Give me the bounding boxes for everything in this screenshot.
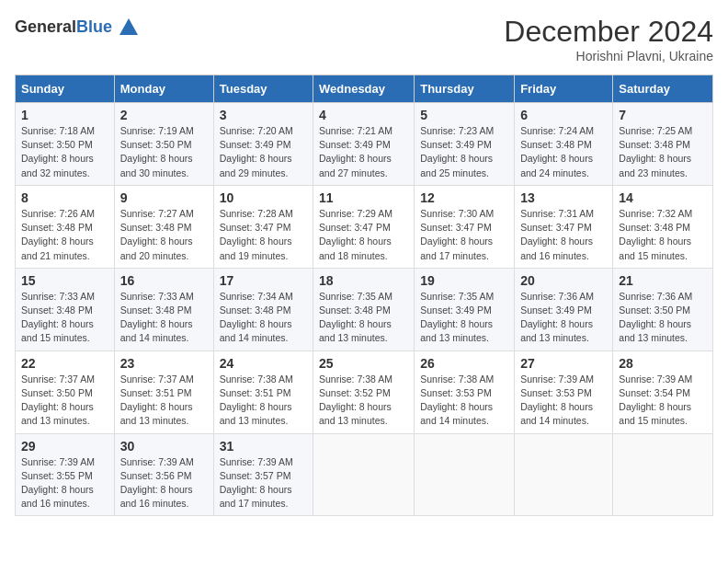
- day-number: 3: [220, 108, 307, 122]
- calendar-cell: 30 Sunrise: 7:39 AMSunset: 3:56 PMDaylig…: [114, 433, 213, 516]
- calendar-week-4: 22 Sunrise: 7:37 AMSunset: 3:50 PMDaylig…: [16, 350, 713, 433]
- day-number: 31: [220, 439, 307, 454]
- calendar-cell: 21 Sunrise: 7:36 AMSunset: 3:50 PMDaylig…: [613, 268, 713, 350]
- day-number: 21: [619, 273, 707, 288]
- day-info: Sunrise: 7:26 AMSunset: 3:48 PMDaylight:…: [21, 207, 108, 263]
- calendar-cell: 1 Sunrise: 7:18 AMSunset: 3:50 PMDayligh…: [16, 103, 115, 186]
- header-thursday: Thursday: [415, 75, 515, 103]
- day-number: 19: [420, 273, 508, 288]
- month-title: December 2024: [504, 15, 713, 49]
- title-section: December 2024 Horishni Plavni, Ukraine: [504, 15, 713, 63]
- calendar-header: Sunday Monday Tuesday Wednesday Thursday…: [16, 75, 713, 103]
- day-number: 14: [619, 190, 707, 205]
- day-number: 26: [420, 356, 508, 371]
- day-info: Sunrise: 7:36 AMSunset: 3:50 PMDaylight:…: [619, 290, 707, 346]
- svg-marker-0: [119, 18, 138, 35]
- location-subtitle: Horishni Plavni, Ukraine: [504, 49, 713, 63]
- day-number: 13: [520, 190, 607, 205]
- calendar-cell: 4 Sunrise: 7:21 AMSunset: 3:49 PMDayligh…: [313, 103, 415, 186]
- day-info: Sunrise: 7:25 AMSunset: 3:48 PMDaylight:…: [619, 124, 707, 180]
- calendar-week-2: 8 Sunrise: 7:26 AMSunset: 3:48 PMDayligh…: [16, 185, 713, 268]
- day-number: 18: [319, 273, 408, 288]
- calendar-cell: 29 Sunrise: 7:39 AMSunset: 3:55 PMDaylig…: [16, 433, 115, 516]
- header-friday: Friday: [515, 75, 613, 103]
- day-info: Sunrise: 7:34 AMSunset: 3:48 PMDaylight:…: [220, 290, 307, 346]
- day-number: 5: [420, 108, 508, 122]
- day-info: Sunrise: 7:39 AMSunset: 3:55 PMDaylight:…: [21, 455, 108, 511]
- calendar-cell: 2 Sunrise: 7:19 AMSunset: 3:50 PMDayligh…: [114, 103, 213, 186]
- day-info: Sunrise: 7:35 AMSunset: 3:48 PMDaylight:…: [319, 290, 408, 346]
- day-number: 7: [619, 108, 707, 122]
- calendar-cell: 19 Sunrise: 7:35 AMSunset: 3:49 PMDaylig…: [415, 268, 515, 350]
- calendar-cell: 20 Sunrise: 7:36 AMSunset: 3:49 PMDaylig…: [515, 268, 613, 350]
- calendar-cell: 12 Sunrise: 7:30 AMSunset: 3:47 PMDaylig…: [415, 185, 515, 268]
- day-info: Sunrise: 7:37 AMSunset: 3:51 PMDaylight:…: [120, 373, 208, 429]
- day-info: Sunrise: 7:24 AMSunset: 3:48 PMDaylight:…: [520, 124, 607, 180]
- day-info: Sunrise: 7:38 AMSunset: 3:53 PMDaylight:…: [420, 373, 508, 429]
- day-number: 24: [220, 356, 307, 371]
- day-number: 30: [120, 439, 208, 454]
- calendar-cell: 11 Sunrise: 7:29 AMSunset: 3:47 PMDaylig…: [313, 185, 415, 268]
- day-number: 8: [21, 190, 108, 205]
- calendar-cell: 13 Sunrise: 7:31 AMSunset: 3:47 PMDaylig…: [515, 185, 613, 268]
- calendar-cell: [515, 433, 613, 516]
- day-info: Sunrise: 7:30 AMSunset: 3:47 PMDaylight:…: [420, 207, 508, 263]
- day-info: Sunrise: 7:38 AMSunset: 3:52 PMDaylight:…: [319, 373, 408, 429]
- calendar-cell: 16 Sunrise: 7:33 AMSunset: 3:48 PMDaylig…: [114, 268, 213, 350]
- day-info: Sunrise: 7:23 AMSunset: 3:49 PMDaylight:…: [420, 124, 508, 180]
- calendar-cell: 17 Sunrise: 7:34 AMSunset: 3:48 PMDaylig…: [213, 268, 313, 350]
- day-number: 22: [21, 356, 108, 371]
- page-header: GeneralBlue December 2024 Horishni Plavn…: [15, 15, 713, 63]
- day-info: Sunrise: 7:35 AMSunset: 3:49 PMDaylight:…: [420, 290, 508, 346]
- calendar-cell: 9 Sunrise: 7:27 AMSunset: 3:48 PMDayligh…: [114, 185, 213, 268]
- day-info: Sunrise: 7:21 AMSunset: 3:49 PMDaylight:…: [319, 124, 408, 180]
- day-info: Sunrise: 7:27 AMSunset: 3:48 PMDaylight:…: [120, 207, 208, 263]
- logo-icon: [116, 15, 142, 40]
- day-number: 4: [319, 108, 408, 122]
- day-info: Sunrise: 7:20 AMSunset: 3:49 PMDaylight:…: [220, 124, 307, 180]
- calendar-week-5: 29 Sunrise: 7:39 AMSunset: 3:55 PMDaylig…: [16, 433, 713, 516]
- day-number: 9: [120, 190, 208, 205]
- calendar-cell: 10 Sunrise: 7:28 AMSunset: 3:47 PMDaylig…: [213, 185, 313, 268]
- day-number: 2: [120, 108, 208, 122]
- calendar-cell: [613, 433, 713, 516]
- calendar-week-3: 15 Sunrise: 7:33 AMSunset: 3:48 PMDaylig…: [16, 268, 713, 350]
- calendar-cell: 8 Sunrise: 7:26 AMSunset: 3:48 PMDayligh…: [16, 185, 115, 268]
- calendar-cell: [415, 433, 515, 516]
- header-wednesday: Wednesday: [313, 75, 415, 103]
- calendar-cell: 27 Sunrise: 7:39 AMSunset: 3:53 PMDaylig…: [515, 350, 613, 433]
- logo-text: GeneralBlue: [15, 18, 112, 37]
- day-number: 11: [319, 190, 408, 205]
- day-info: Sunrise: 7:39 AMSunset: 3:56 PMDaylight:…: [120, 455, 208, 511]
- day-info: Sunrise: 7:18 AMSunset: 3:50 PMDaylight:…: [21, 124, 108, 180]
- header-sunday: Sunday: [16, 75, 115, 103]
- day-number: 29: [21, 439, 108, 454]
- logo: GeneralBlue: [15, 15, 142, 40]
- day-info: Sunrise: 7:29 AMSunset: 3:47 PMDaylight:…: [319, 207, 408, 263]
- day-info: Sunrise: 7:33 AMSunset: 3:48 PMDaylight:…: [120, 290, 208, 346]
- day-number: 16: [120, 273, 208, 288]
- calendar-cell: 23 Sunrise: 7:37 AMSunset: 3:51 PMDaylig…: [114, 350, 213, 433]
- day-info: Sunrise: 7:39 AMSunset: 3:54 PMDaylight:…: [619, 373, 707, 429]
- logo-general: GeneralBlue: [15, 19, 112, 35]
- day-number: 25: [319, 356, 408, 371]
- day-number: 17: [220, 273, 307, 288]
- day-info: Sunrise: 7:31 AMSunset: 3:47 PMDaylight:…: [520, 207, 607, 263]
- day-number: 23: [120, 356, 208, 371]
- day-info: Sunrise: 7:38 AMSunset: 3:51 PMDaylight:…: [220, 373, 307, 429]
- day-info: Sunrise: 7:32 AMSunset: 3:48 PMDaylight:…: [619, 207, 707, 263]
- calendar-cell: 25 Sunrise: 7:38 AMSunset: 3:52 PMDaylig…: [313, 350, 415, 433]
- calendar-cell: 15 Sunrise: 7:33 AMSunset: 3:48 PMDaylig…: [16, 268, 115, 350]
- day-info: Sunrise: 7:39 AMSunset: 3:57 PMDaylight:…: [220, 455, 307, 511]
- calendar-cell: 31 Sunrise: 7:39 AMSunset: 3:57 PMDaylig…: [213, 433, 313, 516]
- day-info: Sunrise: 7:19 AMSunset: 3:50 PMDaylight:…: [120, 124, 208, 180]
- header-monday: Monday: [114, 75, 213, 103]
- day-number: 12: [420, 190, 508, 205]
- day-number: 6: [520, 108, 607, 122]
- day-info: Sunrise: 7:39 AMSunset: 3:53 PMDaylight:…: [520, 373, 607, 429]
- calendar-cell: [313, 433, 415, 516]
- header-saturday: Saturday: [613, 75, 713, 103]
- day-info: Sunrise: 7:36 AMSunset: 3:49 PMDaylight:…: [520, 290, 607, 346]
- calendar-cell: 14 Sunrise: 7:32 AMSunset: 3:48 PMDaylig…: [613, 185, 713, 268]
- day-number: 27: [520, 356, 607, 371]
